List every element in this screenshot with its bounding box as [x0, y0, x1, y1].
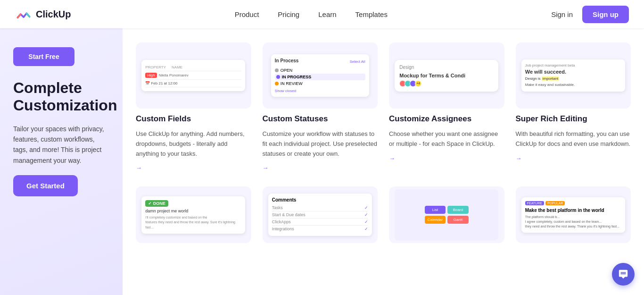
super-rich-editing-image: Job project management beta We will succ…: [516, 42, 631, 109]
view-item-3: Calendar: [425, 216, 446, 224]
progress-dot: [276, 75, 280, 79]
status-review-label: IN REVIEW: [281, 81, 303, 86]
platform-desc: The platform should b... I agree complet…: [525, 215, 621, 228]
platform-title: Make the best platform in the world: [525, 207, 621, 213]
custom-statuses-link[interactable]: →: [263, 164, 378, 171]
bottom-card-4: FEATURE POPULAR Make the best platform i…: [516, 186, 631, 243]
mock-date-label: 📅 Feb 21 at 12:00: [145, 81, 177, 85]
comments-title: Comments: [272, 197, 368, 202]
customize-assignees-image: Design Mockup for Terms & Condi +4: [389, 42, 504, 109]
assignees-avatars: +4: [399, 80, 494, 87]
nav-product[interactable]: Product: [235, 10, 259, 18]
custom-fields-title: Custom Fields: [136, 114, 251, 124]
clickapps-label: ClickApps: [272, 219, 291, 224]
signin-button[interactable]: Sign in: [551, 10, 573, 18]
super-rich-editing-desc: With beautiful rich formatting, you can …: [516, 129, 631, 149]
logo-text: ClickUp: [36, 9, 71, 20]
get-started-button[interactable]: Get Started: [13, 175, 78, 196]
mock-name-label: NAME: [172, 65, 182, 69]
bottom-card-1: ✓ DONE damn project me world I'll comple…: [136, 186, 251, 243]
nav-learn[interactable]: Learn: [318, 10, 336, 18]
platform-badges: FEATURE POPULAR: [525, 201, 621, 205]
status-open-label: OPEN: [281, 68, 293, 73]
custom-statuses-mock: In Process Select All OPEN IN PROGRESS: [271, 54, 369, 97]
status-title: In Process: [275, 58, 299, 63]
nav-templates[interactable]: Templates: [355, 10, 388, 18]
integrations-label: Integrations: [272, 227, 294, 231]
page-body: Start Free Complete Customization Tailor…: [0, 28, 644, 295]
super-rich-editing-title: Super Rich Editing: [516, 114, 631, 124]
rich-sub-text: Make it easy and sustainable.: [525, 82, 621, 88]
signup-button[interactable]: Sign up: [582, 6, 629, 23]
nav-links: Product Pricing Learn Templates: [235, 10, 388, 18]
sidebar-description: Tailor your spaces with privacy, feature…: [13, 124, 109, 166]
custom-statuses-title: Custom Statuses: [263, 114, 378, 124]
integrations-row: Integrations✓: [272, 226, 368, 232]
assignees-task-label: Mockup for Terms & Condi: [399, 73, 494, 78]
popular-badge: POPULAR: [545, 201, 565, 205]
logo-icon: [15, 6, 32, 23]
custom-statuses-image: In Process Select All OPEN IN PROGRESS: [263, 42, 378, 109]
customize-assignees-desc: Choose whether you want one assignee or …: [389, 129, 504, 149]
status-progress-label: IN PROGRESS: [282, 75, 312, 79]
main-content: PROPERTY NAME High Nikita Ponomarev 📅 Fe…: [123, 28, 644, 295]
done-subtext: I'll completely customize and based on t…: [145, 215, 241, 230]
customize-assignees-link[interactable]: →: [389, 155, 504, 162]
mock-row-high: High Nikita Ponomarev: [145, 71, 241, 80]
nav-actions: Sign in Sign up: [551, 6, 629, 23]
clickapps-row: ClickApps✓: [272, 219, 368, 226]
mock-property-label: PROPERTY: [145, 65, 166, 69]
comments-mock: Comments Tasks✓ Start & Due dates✓ Click…: [268, 194, 372, 236]
open-dot: [275, 68, 279, 72]
done-badge: ✓ DONE: [145, 200, 168, 207]
customize-assignees-card: Design Mockup for Terms & Condi +4 Custo…: [389, 42, 504, 171]
chat-bubble[interactable]: [612, 263, 635, 286]
sidebar-title: Complete Customization: [13, 79, 109, 114]
select-all-label: Select All: [350, 59, 365, 64]
status-row-open: OPEN: [275, 67, 365, 74]
bottom-grid: ✓ DONE damn project me world I'll comple…: [136, 186, 631, 243]
custom-fields-image: PROPERTY NAME High Nikita Ponomarev 📅 Fe…: [136, 42, 251, 109]
logo[interactable]: ClickUp: [15, 6, 71, 23]
done-text: damn project me world: [145, 209, 241, 213]
clickapps-check: ✓: [364, 219, 368, 224]
custom-fields-card: PROPERTY NAME High Nikita Ponomarev 📅 Fe…: [136, 42, 251, 171]
rich-project-label: Job project management beta: [525, 63, 621, 67]
start-due-label: Start & Due dates: [272, 212, 305, 217]
mock-row-header: PROPERTY NAME: [145, 64, 241, 71]
assignees-design-label: Design: [399, 65, 494, 70]
views-mock: List Board Calendar Gantt: [395, 189, 498, 240]
highlight-span: important: [542, 76, 559, 81]
custom-fields-mock: PROPERTY NAME High Nikita Ponomarev 📅 Fe…: [141, 60, 245, 91]
custom-fields-desc: Use ClickUp for anything. Add numbers, d…: [136, 129, 251, 159]
rich-title: We will succeed.: [525, 69, 621, 75]
status-row-review: IN REVIEW: [275, 80, 365, 87]
super-rich-editing-link[interactable]: →: [516, 155, 631, 162]
start-due-row: Start & Due dates✓: [272, 211, 368, 219]
avatar-more: +4: [415, 80, 421, 87]
mock-person-label: Nikita Ponomarev: [159, 73, 189, 77]
tasks-check: ✓: [364, 205, 368, 210]
nav-pricing[interactable]: Pricing: [278, 10, 299, 18]
review-dot: [275, 82, 279, 85]
bottom-card-3: List Board Calendar Gantt: [389, 186, 504, 243]
done-mock: ✓ DONE damn project me world I'll comple…: [141, 196, 245, 234]
sidebar: Start Free Complete Customization Tailor…: [0, 28, 123, 295]
view-item-1: List: [425, 206, 446, 214]
navbar: ClickUp Product Pricing Learn Templates …: [0, 0, 644, 28]
bottom-card-2: Comments Tasks✓ Start & Due dates✓ Click…: [263, 186, 378, 243]
custom-statuses-card: In Process Select All OPEN IN PROGRESS: [263, 42, 378, 171]
feature-grid: PROPERTY NAME High Nikita Ponomarev 📅 Fe…: [136, 42, 631, 171]
view-item-2: Board: [447, 206, 468, 214]
customize-assignees-title: Customize Assignees: [389, 114, 504, 124]
feature-badge: FEATURE: [525, 201, 544, 205]
super-rich-editing-card: Job project management beta We will succ…: [516, 42, 631, 171]
show-closed-label: Show closed: [275, 89, 365, 93]
mock-high-badge: High: [145, 73, 157, 78]
custom-fields-link[interactable]: →: [136, 164, 251, 171]
start-free-button[interactable]: Start Free: [13, 47, 74, 66]
view-item-4: Gantt: [447, 216, 468, 224]
custom-statuses-desc: Customize your workflow with statuses to…: [263, 129, 378, 159]
integrations-check: ✓: [364, 227, 368, 231]
start-due-check: ✓: [364, 212, 368, 217]
